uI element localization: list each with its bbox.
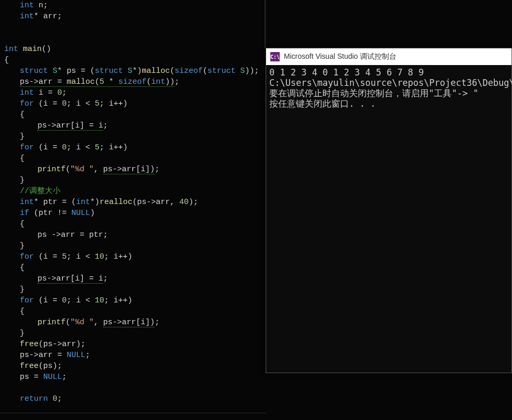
semicolon: ; — [103, 274, 108, 283]
semicolon: ; — [103, 121, 108, 130]
brace: { — [2, 263, 24, 272]
kw-int: int — [20, 198, 34, 207]
string: "%d " — [70, 318, 94, 327]
comma: , — [94, 165, 103, 174]
semicolon: ; — [43, 1, 48, 10]
kw-struct: struct — [20, 67, 48, 75]
eq: = — [62, 198, 71, 207]
member-arr: arr — [122, 318, 136, 327]
arrow: -> — [113, 165, 122, 174]
num-0: 0 — [57, 88, 62, 97]
member-arr: arr — [122, 165, 136, 174]
for-rest: (i = — [34, 99, 62, 108]
bracket-expr: [i]) — [136, 318, 155, 327]
comma: , — [94, 318, 103, 327]
id-ps: ps — [20, 78, 29, 86]
paren: ( — [170, 67, 174, 75]
console-line-2: C:\Users\mayulin\source\repos\Project36\… — [269, 78, 512, 88]
kw-for: for — [20, 143, 34, 152]
kw-int: int — [4, 45, 18, 54]
paren: )) — [165, 78, 174, 86]
free: free — [20, 340, 39, 349]
debug-console-window[interactable]: C:\ Microsoft Visual Studio 调试控制台 0 1 2 … — [266, 48, 512, 373]
kw-for: for — [20, 99, 34, 108]
member-arr: arr — [56, 274, 70, 283]
num-10: 10 — [95, 252, 104, 261]
id-n: n — [34, 1, 43, 10]
member-arr: arr — [62, 340, 76, 349]
printf: printf — [38, 318, 66, 327]
semicolon: ; — [57, 394, 62, 403]
star: * — [90, 198, 95, 207]
null: NULL — [71, 209, 90, 218]
bracket-expr: [i]) — [136, 165, 155, 174]
for-tail: ; i++) — [104, 252, 132, 261]
member-arr: arr — [56, 121, 70, 130]
for-rest: (i = — [34, 296, 62, 305]
num-0: 0 — [48, 394, 57, 403]
func-main: main — [18, 45, 42, 54]
for-semi: ; i < — [67, 99, 95, 108]
pane-divider[interactable] — [265, 0, 266, 48]
id-ps: ps — [20, 373, 34, 381]
semicolon: ; — [85, 351, 90, 360]
console-line-1: 0 1 2 3 4 0 1 2 3 4 5 6 7 8 9 — [269, 67, 424, 78]
console-titlebar[interactable]: C:\ Microsoft Visual Studio 调试控制台 — [266, 48, 511, 65]
eq: = — [81, 67, 90, 75]
comment: //调整大小 — [20, 187, 60, 196]
eq: = — [34, 373, 43, 381]
malloc: malloc — [67, 78, 95, 86]
i-eq: i = — [34, 88, 57, 97]
paren: ( — [39, 340, 43, 349]
brace: } — [2, 285, 24, 294]
type-s: S — [123, 67, 132, 75]
paren: )) — [245, 67, 254, 75]
semicolon: ; — [57, 12, 62, 21]
paren: ) — [90, 209, 95, 218]
brace: } — [2, 329, 24, 338]
arrow: -> — [113, 318, 122, 327]
comma: , — [170, 198, 179, 207]
brace: } — [2, 176, 24, 185]
paren: ( — [66, 165, 70, 174]
kw-int: int — [76, 198, 90, 207]
kw-int: int — [20, 88, 34, 97]
console-app-icon: C:\ — [270, 52, 280, 61]
paren: ) — [53, 362, 57, 371]
kw-struct: struct — [95, 67, 123, 75]
kw-for: for — [20, 296, 34, 305]
id-ps: ps — [38, 231, 52, 239]
semicolon: ; — [57, 362, 62, 371]
star: * — [57, 67, 62, 75]
for-rest: (i = — [34, 143, 62, 152]
member-arr: arr — [156, 198, 170, 207]
semicolon: ; — [62, 88, 67, 97]
parens: () — [42, 45, 51, 54]
semicolon: ; — [81, 340, 85, 349]
kw-if: if — [20, 209, 29, 218]
paren: ( — [95, 78, 99, 86]
console-title: Microsoft Visual Studio 调试控制台 — [284, 52, 396, 61]
brace: { — [2, 220, 24, 228]
kw-struct: struct — [207, 67, 235, 75]
paren: ( — [146, 78, 151, 86]
null: NULL — [43, 373, 62, 381]
kw-return: return — [20, 394, 48, 403]
arrow: -> — [47, 121, 56, 130]
semicolon: ; — [62, 373, 67, 381]
sizeof: sizeof — [118, 78, 146, 86]
malloc: malloc — [142, 67, 170, 75]
id-arr: arr — [39, 12, 57, 21]
kw-int: int — [151, 78, 165, 86]
console-output[interactable]: 0 1 2 3 4 0 1 2 3 4 5 6 7 8 9 C:\Users\m… — [266, 65, 511, 111]
paren: ( — [66, 318, 70, 327]
id-ptr: ptr — [39, 198, 62, 207]
string: "%d " — [70, 165, 94, 174]
kw-for: for — [20, 252, 34, 261]
semicolon: ; — [193, 198, 198, 207]
id-ps: ps — [43, 362, 53, 371]
brace: { — [2, 307, 24, 316]
paren: ) — [189, 198, 193, 207]
semicolon: ; — [155, 318, 159, 327]
brace: { — [2, 154, 24, 163]
